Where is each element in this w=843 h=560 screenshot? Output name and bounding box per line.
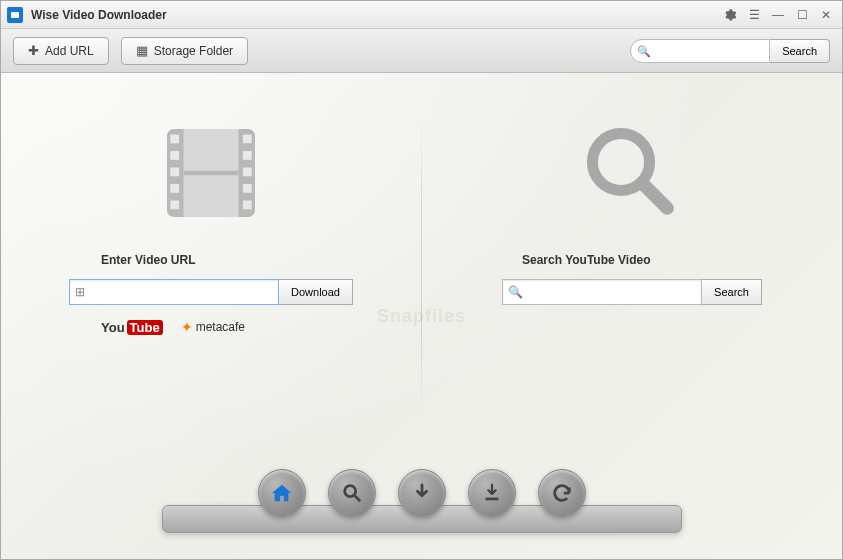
- search-button[interactable]: Search: [702, 279, 762, 305]
- menu-icon[interactable]: ☰: [744, 6, 764, 24]
- svg-rect-2: [184, 171, 239, 175]
- youtube-logo: YouTube: [101, 320, 163, 335]
- svg-rect-4: [170, 151, 179, 160]
- app-window: Wise Video Downloader ☰ — ☐ ✕ ✚ Add URL …: [0, 0, 843, 560]
- toolbar-search-input[interactable]: [630, 39, 770, 63]
- add-url-label: Add URL: [45, 44, 94, 58]
- dock-home-button[interactable]: [258, 469, 306, 517]
- svg-rect-8: [243, 135, 252, 144]
- main-content: Snapfiles: [1, 73, 842, 559]
- minimize-icon[interactable]: —: [768, 6, 788, 24]
- svg-rect-6: [170, 184, 179, 193]
- svg-rect-5: [170, 168, 179, 177]
- settings-icon[interactable]: [720, 6, 740, 24]
- download-button[interactable]: Download: [279, 279, 353, 305]
- dock-refresh-button[interactable]: [538, 469, 586, 517]
- flame-icon: ✦: [181, 319, 193, 335]
- maximize-icon[interactable]: ☐: [792, 6, 812, 24]
- dock-download-to-button[interactable]: [468, 469, 516, 517]
- plus-icon: ✚: [28, 43, 39, 58]
- titlebar: Wise Video Downloader ☰ — ☐ ✕: [1, 1, 842, 29]
- toolbar-search-button[interactable]: Search: [770, 39, 830, 63]
- url-panel-label: Enter Video URL: [101, 253, 195, 267]
- svg-rect-9: [243, 151, 252, 160]
- dock-search-button[interactable]: [328, 469, 376, 517]
- youtube-search-input[interactable]: [502, 279, 702, 305]
- svg-point-15: [344, 486, 355, 497]
- close-icon[interactable]: ✕: [816, 6, 836, 24]
- supported-sites: YouTube ✦ metacafe: [101, 319, 245, 335]
- magnifier-icon: [572, 113, 692, 233]
- metacafe-logo: ✦ metacafe: [181, 319, 245, 335]
- dock-download-button[interactable]: [398, 469, 446, 517]
- storage-folder-label: Storage Folder: [154, 44, 233, 58]
- svg-line-14: [643, 184, 667, 208]
- film-icon: [151, 113, 271, 233]
- svg-rect-3: [170, 135, 179, 144]
- app-icon: [7, 7, 23, 23]
- svg-rect-7: [170, 201, 179, 210]
- video-url-input[interactable]: [69, 279, 279, 305]
- toolbar: ✚ Add URL ▦ Storage Folder 🔍 Search: [1, 29, 842, 73]
- storage-folder-button[interactable]: ▦ Storage Folder: [121, 37, 248, 65]
- svg-rect-17: [485, 498, 498, 501]
- window-title: Wise Video Downloader: [31, 8, 720, 22]
- svg-line-16: [354, 496, 360, 502]
- add-url-button[interactable]: ✚ Add URL: [13, 37, 109, 65]
- svg-rect-11: [243, 184, 252, 193]
- folder-icon: ▦: [136, 43, 148, 58]
- search-panel-label: Search YouTube Video: [522, 253, 650, 267]
- svg-rect-10: [243, 168, 252, 177]
- svg-rect-12: [243, 201, 252, 210]
